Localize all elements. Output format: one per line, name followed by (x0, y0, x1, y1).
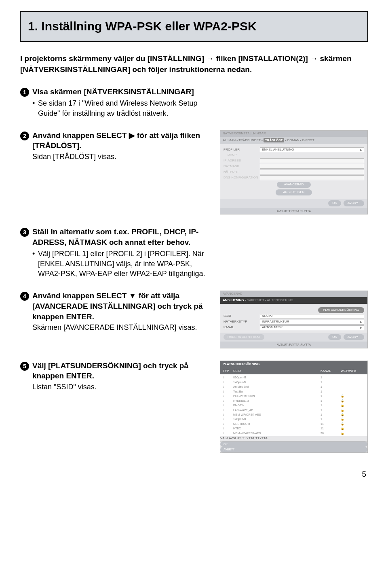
label-mask: NÄTMASK (224, 164, 260, 169)
dialog1-breadcrumb: ALLMÄN • TRÅDBUNDET • TRÅDLÖST • DOMÄN •… (220, 137, 367, 144)
title-box: 1. Inställning WPA-PSK eller WPA2-PSK (20, 11, 368, 42)
step3-bullet: Välj [PROFIL 1] eller [PROFIL 2] i [PROF… (32, 249, 210, 278)
field-nettype[interactable]: INFRASTRUKTUR▶ (260, 320, 364, 325)
btn-ok-2[interactable]: OK (328, 334, 341, 340)
dialog2-footer: AVSLUT :FLYTTA :FLYTTA (220, 342, 367, 348)
step4-text: Skärmen [AVANCERADE INSTÄLLNINGAR] visas… (32, 323, 210, 332)
step1-bullet: Se sidan 17 i "Wired and Wireless Networ… (32, 98, 210, 118)
step5-text: Listan "SSID" visas. (32, 382, 210, 392)
btn-ok[interactable]: OK (328, 200, 341, 206)
step2-title: Använd knappen SELECT ▶ för att välja fl… (32, 130, 210, 151)
ssid-row[interactable]: ⟟MEETROOM11🔒 (220, 422, 367, 426)
btn-avancerad[interactable]: AVANCERAD (277, 182, 311, 188)
btn-platsundersokning[interactable]: PLATSUNDERSÖKNING (318, 307, 364, 313)
crumb-doman[interactable]: DOMÄN (287, 138, 299, 142)
ssid-row[interactable]: ⟟EMGEW1🔒 (220, 403, 367, 408)
dialog-network-settings: NÄTVERKSINSTÄLLNINGAR ALLMÄN • TRÅDBUNDE… (220, 130, 368, 214)
ssid-row[interactable]: ⟟LAN-WAVE_AP1🔒 (220, 408, 367, 412)
step-number-3: 3 (20, 227, 32, 278)
label-dhcp: DHCP (224, 153, 260, 157)
tab-anslutning[interactable]: ANSLUTNING (223, 298, 244, 302)
ssid-row[interactable]: ⟟POE-WPAPSK/N1🔒 (220, 394, 367, 398)
col-kanal: KANAL (321, 369, 341, 374)
btn-avbryt[interactable]: AVBRYT (344, 200, 364, 206)
ssid-row[interactable]: ⟟MSM-WPA2PSK-AES1🔒 (220, 412, 367, 417)
field-ip[interactable] (260, 158, 364, 163)
label-kanal: KANAL (224, 325, 260, 330)
ssid-row[interactable]: ⟟Test Bw1 (220, 389, 367, 394)
tab-sakerhet[interactable]: SÄKERHET (247, 298, 264, 302)
dialog2-title: AVANCERAD (220, 291, 367, 297)
dialog-advanced: AVANCERAD ANSLUTNING • SÄKERHET • AUTENT… (220, 291, 368, 348)
label-nettype: NÄTVERKSTYP (224, 320, 260, 324)
ssid-row[interactable]: ⟟HYDRIDE-B1🔒 (220, 399, 367, 403)
dialog3-header: TYP SSID KANAL WEP/WPA (220, 368, 367, 375)
step3-title: Ställ in alternativ som t.ex. PROFIL, DH… (32, 227, 210, 247)
step5-title: Välj [PLATSUNDERSÖKNING] och tryck på kn… (32, 361, 210, 381)
step-number-2: 2 (20, 130, 32, 162)
col-ssid: SSID (233, 369, 321, 374)
page-title: 1. Inställning WPA-PSK eller WPA2-PSK (28, 18, 360, 35)
dialog1-title: NÄTVERKSINSTÄLLNINGAR (220, 131, 367, 137)
btn-ok-3[interactable]: OK (220, 442, 367, 447)
tab-autentisering[interactable]: AUTENTISERING (267, 298, 293, 302)
dialog2-tabbar: ANSLUTNING • SÄKERHET • AUTENTISERING (220, 297, 367, 304)
btn-avbryt-2[interactable]: AVBRYT (344, 334, 364, 340)
step-number-1: 1 (20, 87, 32, 118)
ssid-row[interactable]: ⟟An Mac End1 (220, 384, 367, 389)
crumb-allman[interactable]: ALLMÄN (223, 138, 236, 142)
dialog1-footer: AVSLUT :FLYTTA :FLYTTA (220, 208, 367, 214)
intro-paragraph: I projektorns skärmmeny väljer du [INSTÄ… (20, 53, 368, 75)
crumb-tradbundet[interactable]: TRÅDBUNDET (238, 138, 261, 142)
col-typ: TYP (223, 369, 233, 374)
crumb-epost[interactable]: E-POST (302, 138, 314, 142)
dialog-site-survey: PLATSUNDERSÖKNING TYP SSID KANAL WEP/WPA… (220, 361, 368, 441)
step-number-4: 4 (20, 291, 32, 332)
label-port: NÄTPORT (224, 170, 260, 174)
label-dns: DNS-KONFIGURATION (224, 176, 260, 180)
btn-clear-cert[interactable]: RADERA CERTIFIKAT (224, 334, 264, 340)
dialog3-title: PLATSUNDERSÖKNING (220, 361, 367, 368)
step1-title: Visa skärmen [NÄTVERKSINSTÄLLNINGAR] (32, 87, 210, 97)
field-port[interactable] (260, 170, 364, 174)
field-profiler[interactable]: ENKEL ANSLUTNING▶ (260, 147, 364, 152)
ssid-list[interactable]: ⟟81Open-B1⟟1xOpen-N1⟟An Mac End1⟟Test Bw… (220, 374, 367, 436)
field-ssid[interactable]: NECPJ (260, 314, 364, 319)
field-dns[interactable] (260, 175, 364, 180)
field-kanal[interactable]: AUTOMATISK▶ (260, 325, 364, 330)
btn-reconnect[interactable]: ANSLUT IGEN (276, 189, 312, 195)
crumb-tradlost-active[interactable]: TRÅDLÖST (264, 138, 285, 142)
page-number: 5 (20, 469, 368, 480)
field-mask[interactable] (260, 164, 364, 169)
step2-text: Sidan [TRÅDLÖST] visas. (32, 152, 210, 161)
dialog3-footer: VÄLJ AVSLUT :FLYTTA :FLYTTA (220, 436, 367, 441)
ssid-row[interactable]: ⟟81Open-B1 (220, 375, 367, 380)
label-ssid: SSID (224, 314, 260, 318)
label-profiler: PROFILER (224, 148, 260, 152)
ssid-row[interactable]: ⟟MSM-WPA2PSK-AES38🔒 (220, 431, 367, 435)
step4-title: Använd knappen SELECT ▼ för att välja [A… (32, 291, 210, 322)
step-number-5: 5 (20, 361, 32, 392)
ssid-row[interactable]: ⟟HTBC11🔒 (220, 426, 367, 431)
label-ip: IP-ADRESS (224, 159, 260, 163)
ssid-row[interactable]: ⟟1xOpen-N1 (220, 380, 367, 384)
btn-avbryt-3[interactable]: AVBRYT (220, 447, 367, 452)
col-wep: WEP/WPA (341, 369, 365, 374)
ssid-row[interactable]: ⟟1xOpen-B1🔒 (220, 417, 367, 421)
